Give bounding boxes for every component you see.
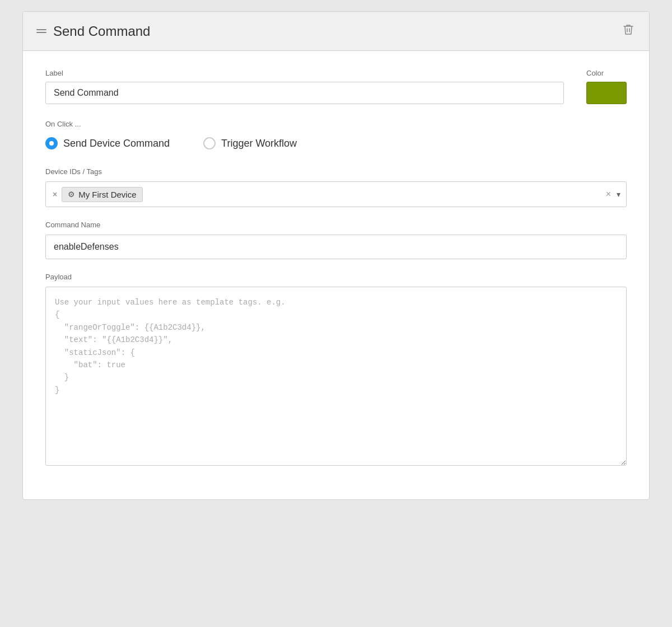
device-select[interactable]: × ⚙ My First Device × ▾ (45, 181, 627, 207)
drag-handle-icon[interactable] (36, 29, 46, 33)
payload-section: Payload Use your input values here as te… (45, 273, 627, 468)
delete-button[interactable] (621, 22, 636, 40)
device-ids-label: Device IDs / Tags (45, 167, 627, 176)
radio-group: Send Device Command Trigger Workflow (45, 137, 627, 149)
command-name-input[interactable] (45, 235, 627, 259)
device-ids-section: Device IDs / Tags × ⚙ My First Device × … (45, 167, 627, 207)
on-click-label: On Click ... (45, 120, 627, 128)
radio-label-send: Send Device Command (63, 138, 170, 149)
select-clear-button[interactable]: × (606, 189, 611, 199)
label-group: Label (45, 69, 564, 104)
device-tag: ⚙ My First Device (62, 187, 142, 202)
radio-trigger-workflow[interactable]: Trigger Workflow (203, 137, 297, 149)
device-tag-label: My First Device (78, 190, 136, 199)
color-field-label: Color (586, 69, 627, 77)
header-left: Send Command (36, 24, 150, 39)
device-tag-remove[interactable]: × (52, 190, 58, 199)
command-name-label: Command Name (45, 221, 627, 229)
panel-header: Send Command (23, 12, 649, 51)
color-swatch[interactable] (586, 82, 627, 104)
device-tags: × ⚙ My First Device (52, 187, 606, 202)
radio-circle-send (45, 137, 58, 149)
radio-send-device-command[interactable]: Send Device Command (45, 137, 170, 149)
command-name-section: Command Name (45, 221, 627, 259)
payload-label: Payload (45, 273, 627, 281)
panel-title: Send Command (53, 24, 150, 39)
radio-label-trigger: Trigger Workflow (221, 138, 297, 149)
payload-textarea[interactable]: Use your input values here as template t… (45, 287, 627, 466)
color-group: Color (586, 69, 627, 104)
panel-body: Label Color On Click ... Send Device Com… (23, 51, 649, 499)
select-dropdown-arrow[interactable]: ▾ (617, 190, 620, 199)
device-icon: ⚙ (68, 190, 75, 199)
send-command-panel: Send Command Label Color On Click ... (22, 11, 650, 500)
label-field-label: Label (45, 69, 564, 77)
device-select-controls: × ▾ (606, 189, 620, 199)
radio-circle-trigger (203, 137, 216, 149)
label-color-row: Label Color (45, 69, 627, 104)
label-input[interactable] (45, 82, 564, 104)
